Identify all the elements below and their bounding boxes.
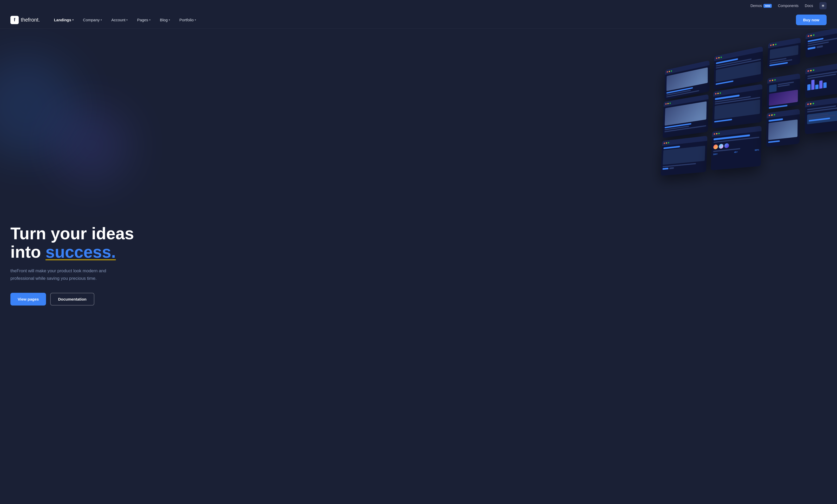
top-bar: Demos new Components Docs ☀ [0, 0, 837, 12]
screenshot-card-2 [714, 46, 763, 90]
nav-item-pages[interactable]: Pages ▾ [133, 16, 154, 24]
chevron-down-icon: ▾ [101, 18, 102, 21]
screenshot-card-10: 300+ 45+ 99% [711, 126, 762, 170]
screenshot-card-9 [660, 136, 707, 175]
screenshot-card-3 [767, 38, 801, 69]
bg-blob-2 [52, 107, 130, 184]
screenshot-card-6 [712, 84, 762, 128]
screenshot-card-8 [805, 62, 837, 98]
buy-now-button[interactable]: Buy now [796, 15, 827, 25]
new-badge: new [763, 4, 771, 8]
bg-blob-1 [0, 55, 78, 158]
nav-item-company[interactable]: Company ▾ [79, 16, 106, 24]
chevron-down-icon: ▾ [169, 18, 170, 21]
screenshot-card-12 [805, 96, 837, 134]
screenshot-card-11 [766, 109, 800, 147]
hero-title: Turn your ideas into success. [11, 224, 134, 261]
hero-section: Turn your ideas into success. theFront w… [0, 29, 837, 504]
screenshots-grid: 300+ 45+ 99% [645, 29, 837, 504]
components-link[interactable]: Components [778, 4, 799, 8]
hero-content: Turn your ideas into success. theFront w… [11, 224, 134, 305]
nav-item-blog[interactable]: Blog ▾ [156, 16, 174, 24]
hero-visuals: 300+ 45+ 99% [645, 29, 837, 504]
nav-item-landings[interactable]: Landings ▾ [50, 16, 77, 24]
hero-subtitle: theFront will make your product look mod… [11, 267, 130, 282]
screenshot-card-7 [767, 73, 800, 109]
chevron-down-icon: ▾ [149, 18, 150, 21]
chevron-down-icon: ▾ [72, 18, 74, 21]
docs-link[interactable]: Docs [805, 4, 813, 8]
nav-actions: Buy now [796, 15, 827, 25]
view-pages-button[interactable]: View pages [11, 293, 46, 305]
logo-icon: f [11, 16, 19, 24]
logo-text: thefront. [21, 17, 40, 23]
screenshot-card-4 [805, 29, 837, 58]
documentation-button[interactable]: Documentation [50, 293, 94, 305]
chevron-down-icon: ▾ [126, 18, 128, 21]
nav-item-account[interactable]: Account ▾ [108, 16, 131, 24]
chevron-down-icon: ▾ [195, 18, 196, 21]
demos-link[interactable]: Demos new [750, 4, 772, 8]
screenshot-card-1 [665, 60, 710, 100]
main-navbar: f thefront. Landings ▾ Company ▾ Account… [0, 12, 837, 29]
nav-item-portfolio[interactable]: Portfolio ▾ [176, 16, 200, 24]
hero-buttons: View pages Documentation [11, 293, 134, 305]
theme-toggle[interactable]: ☀ [819, 2, 826, 10]
screenshot-card-5 [663, 94, 709, 138]
nav-links: Landings ▾ Company ▾ Account ▾ Pages ▾ B… [50, 16, 796, 24]
logo[interactable]: f thefront. [11, 16, 40, 24]
